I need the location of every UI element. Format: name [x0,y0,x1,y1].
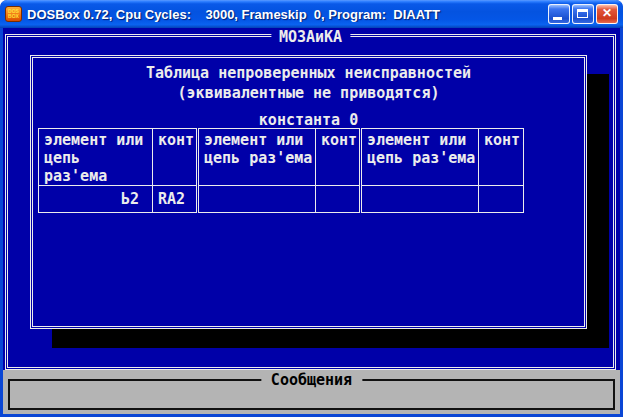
maximize-icon [577,9,588,18]
cell-element-3 [361,186,479,213]
col-header-element-2: элемент или цепь раз'ема [198,129,316,186]
cell-element-1: Ь2 [39,186,153,213]
table-row: Ь2 RA2 [39,186,524,213]
fault-table-panel: Таблица непроверенных неисправностей (эк… [30,55,587,329]
dos-screen: МОЗАиКА Таблица непроверенных неисправно… [3,28,620,414]
titlebar[interactable]: DOS BOX DOSBox 0.72, Cpu Cycles: 3000, F… [0,0,623,28]
dosbox-icon-text-line2: BOX [8,14,19,19]
window-controls: ✕ [548,4,618,24]
fault-table: элемент или цепь раз'ема конт. элемент и… [38,128,524,213]
close-icon: ✕ [602,6,612,20]
header-text: элемент или [204,131,315,149]
header-text: цепь раз'ема [204,149,315,167]
col-header-element-3: элемент или цепь раз'ема [361,129,479,186]
fault-table-header: элемент или цепь раз'ема конт. элемент и… [39,129,524,186]
col-header-element-1: элемент или цепь раз'ема [39,129,153,186]
dosbox-window: DOS BOX DOSBox 0.72, Cpu Cycles: 3000, F… [0,0,623,417]
cell-contact-1: RA2 [153,186,198,213]
panel-heading-line1: Таблица непроверенных неисправностей [33,64,584,82]
header-text: элемент или [367,131,478,149]
panel-heading-line2: (эквивалентные не приводятся) [33,84,584,102]
messages-content [12,383,611,406]
close-button[interactable]: ✕ [596,4,618,24]
dosbox-icon[interactable]: DOS BOX [5,6,22,22]
messages-box: Сообщения [8,379,615,410]
window-title: DOSBox 0.72, Cpu Cycles: 3000, Frameskip… [27,7,548,22]
maximize-button[interactable] [572,4,594,24]
frame-title: МОЗАиКА [271,29,350,45]
cell-contact-2 [316,186,361,213]
messages-area: Сообщения [3,370,620,414]
col-header-contact-2: конт. [316,129,361,186]
col-header-contact-3: конт. [479,129,524,186]
cell-element-2 [198,186,316,213]
header-text: цепь раз'ема [44,149,152,185]
cell-contact-3 [479,186,524,213]
minimize-icon [553,17,562,20]
constant-label: константа 0 [33,111,584,129]
header-text: цепь раз'ема [367,149,478,167]
header-text: элемент или [44,131,152,149]
minimize-button[interactable] [548,4,570,24]
col-header-contact-1: конт. [153,129,198,186]
